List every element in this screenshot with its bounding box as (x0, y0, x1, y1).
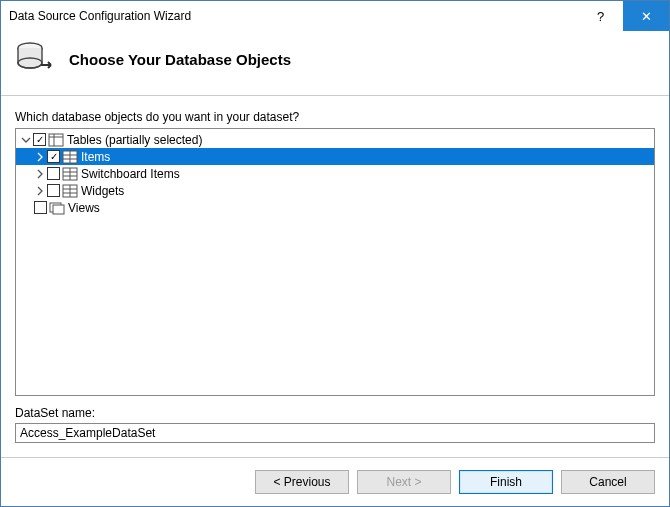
tree-node-widgets[interactable]: Widgets (16, 182, 654, 199)
svg-rect-18 (53, 205, 64, 214)
close-icon: ✕ (641, 9, 652, 24)
help-button[interactable]: ? (578, 1, 623, 31)
checkbox-unchecked[interactable] (47, 184, 60, 197)
checkbox-checked[interactable]: ✓ (47, 150, 60, 163)
views-icon (49, 201, 65, 215)
objects-tree[interactable]: ✓ Tables (partially selected) ✓ Items (15, 128, 655, 396)
dataset-name-label: DataSet name: (15, 406, 655, 420)
table-icon (62, 150, 78, 164)
help-icon: ? (597, 9, 604, 24)
expander-closed-icon[interactable] (34, 168, 46, 180)
checkbox-checked[interactable]: ✓ (33, 133, 46, 146)
close-button[interactable]: ✕ (623, 1, 669, 31)
window-title: Data Source Configuration Wizard (9, 9, 578, 23)
cancel-button[interactable]: Cancel (561, 470, 655, 494)
tables-folder-icon (48, 133, 64, 147)
page-title: Choose Your Database Objects (69, 51, 291, 68)
titlebar: Data Source Configuration Wizard ? ✕ (1, 1, 669, 31)
expander-open-icon[interactable] (20, 134, 32, 146)
table-icon (62, 167, 78, 181)
svg-rect-2 (49, 134, 63, 146)
database-icon (15, 41, 55, 77)
wizard-footer: < Previous Next > Finish Cancel (1, 457, 669, 506)
tree-node-views[interactable]: Views (16, 199, 654, 216)
table-icon (62, 184, 78, 198)
checkbox-unchecked[interactable] (34, 201, 47, 214)
previous-button[interactable]: < Previous (255, 470, 349, 494)
expander-closed-icon[interactable] (34, 185, 46, 197)
wizard-header: Choose Your Database Objects (1, 31, 669, 96)
prompt-label: Which database objects do you want in yo… (15, 110, 655, 124)
tree-node-switchboard[interactable]: Switchboard Items (16, 165, 654, 182)
dataset-name-input[interactable] (15, 423, 655, 443)
next-button: Next > (357, 470, 451, 494)
tree-label: Views (68, 201, 100, 215)
content-area: Which database objects do you want in yo… (1, 96, 669, 443)
tree-node-tables[interactable]: ✓ Tables (partially selected) (16, 131, 654, 148)
tree-label: Widgets (81, 184, 124, 198)
tree-label: Items (81, 150, 110, 164)
tree-label: Tables (partially selected) (67, 133, 202, 147)
tree-label: Switchboard Items (81, 167, 180, 181)
finish-button[interactable]: Finish (459, 470, 553, 494)
checkbox-unchecked[interactable] (47, 167, 60, 180)
expander-closed-icon[interactable] (34, 151, 46, 163)
tree-node-items[interactable]: ✓ Items (16, 148, 654, 165)
